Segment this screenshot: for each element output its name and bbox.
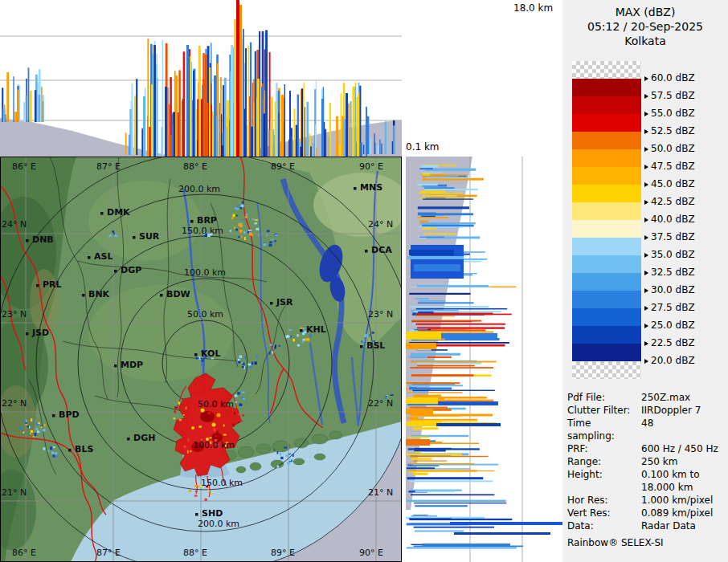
metadata-row: Time sampling:48 <box>567 417 726 442</box>
map-lon-label: 87° E <box>96 161 121 172</box>
metadata-block: Pdf File:250Z.maxClutter Filter:IIRDoppl… <box>567 391 726 549</box>
station-label: BSL <box>366 340 385 351</box>
legend-color-cell <box>572 167 641 185</box>
legend-label-text: 27.5 dBZ <box>651 302 695 314</box>
metadata-row: Range:250 km <box>567 455 726 468</box>
legend-label: 40.0 dBZ <box>644 214 695 226</box>
station-label: DMK <box>107 207 130 218</box>
legend-color-cell <box>572 79 641 96</box>
radar-display-window: 18.0 km 0.1 km <box>0 0 728 562</box>
station-marker-icon <box>52 414 55 417</box>
legend-color-cell <box>572 326 641 344</box>
station-label: BNK <box>88 289 110 299</box>
legend-tick-icon <box>644 324 648 328</box>
legend-label-text: 55.0 dBZ <box>651 108 695 120</box>
station-label: KOL <box>201 348 220 359</box>
software-credit: Rainbow® SELEX-SI <box>567 536 726 549</box>
station-marker-icon <box>194 353 198 356</box>
station-marker-icon <box>133 236 136 239</box>
legend-label: 60.0 dBZ <box>644 72 695 84</box>
height-axis-max-label: 18.0 km <box>513 2 553 14</box>
legend-color-cell <box>572 255 641 273</box>
range-ring-label: 50.0 km <box>198 399 234 409</box>
metadata-row: PRF:600 Hz / 450 Hz <box>567 442 726 455</box>
legend-label-text: 22.5 dBZ <box>651 337 695 349</box>
legend-label: 30.0 dBZ <box>644 284 695 296</box>
legend-label: 57.5 dBZ <box>644 90 695 102</box>
legend-label-text: 45.0 dBZ <box>651 178 695 190</box>
map-lat-label: 24° N <box>368 219 393 230</box>
legend-label-text: 42.5 dBZ <box>651 196 695 208</box>
top-cross-section <box>0 0 402 157</box>
legend-label: 25.0 dBZ <box>644 320 695 332</box>
legend-label-text: 60.0 dBZ <box>651 72 695 84</box>
legend-color-cell <box>572 361 641 379</box>
legend-colorbar <box>572 61 641 379</box>
station-marker-icon <box>100 212 104 215</box>
station-label: DCA <box>371 245 392 255</box>
metadata-value: Radar Data <box>641 519 725 532</box>
station-marker-icon <box>88 256 91 259</box>
legend-label-text: 52.5 dBZ <box>651 125 695 137</box>
station-label: BDW <box>166 289 190 299</box>
station-marker-icon <box>365 250 368 253</box>
legend-color-cell <box>572 238 641 255</box>
metadata-value: 250Z.max <box>641 391 725 404</box>
legend-label-text: 40.0 dBZ <box>651 214 695 226</box>
metadata-value: 48 <box>641 417 725 442</box>
station-marker-icon <box>36 284 39 287</box>
legend-tick-icon <box>644 165 648 169</box>
station-marker-icon <box>300 329 303 332</box>
map-lat-label: 21° N <box>2 487 27 498</box>
station-marker-icon <box>195 513 198 516</box>
range-ring-label: 150.0 km <box>201 478 243 488</box>
metadata-key: Clutter Filter: <box>567 404 641 417</box>
legend-panel: MAX (dBZ) 05:12 / 20-Sep-2025 Kolkata 60… <box>562 0 728 562</box>
station-label: MDP <box>121 360 143 370</box>
legend-color-cell <box>572 61 641 79</box>
height-axis-min-label: 0.1 km <box>406 141 440 153</box>
metadata-value: 0.089 km/pixel <box>641 507 725 519</box>
legend-label-text: 57.5 dBZ <box>651 90 695 102</box>
metadata-key: PRF: <box>567 442 641 455</box>
legend-label: 50.0 dBZ <box>644 143 695 155</box>
map-lon-label: 88° E <box>183 548 207 558</box>
legend-color-cell <box>572 96 641 114</box>
legend-label: 47.5 dBZ <box>644 161 695 173</box>
legend-tick-icon <box>644 235 648 240</box>
station-label: JSR <box>276 297 293 307</box>
map-lon-label: 88° E <box>183 161 207 172</box>
side-cross-section <box>406 157 562 562</box>
legend-label-text: 32.5 dBZ <box>651 267 695 279</box>
legend-label: 20.0 dBZ <box>644 355 695 367</box>
metadata-row: Clutter Filter:IIRDoppler 7 <box>567 404 726 417</box>
legend-color-cell <box>572 220 641 238</box>
legend-tick-icon <box>644 147 648 152</box>
legend-tick-icon <box>644 271 648 275</box>
legend-tick-icon <box>644 129 648 134</box>
station-label: ASL <box>94 251 112 262</box>
metadata-value: 0.100 km to 18.000 km <box>641 468 725 494</box>
station-marker-icon <box>68 449 72 452</box>
map-lat-label: 22° N <box>368 398 393 409</box>
station-label: MNS <box>360 182 382 193</box>
top-cross-section-panel <box>0 0 402 157</box>
legend-label-text: 47.5 dBZ <box>651 161 695 173</box>
legend-tick-icon <box>644 112 648 116</box>
product-datetime: 05:12 / 20-Sep-2025 <box>562 19 728 34</box>
station-marker-icon <box>354 187 357 190</box>
metadata-row: Pdf File:250Z.max <box>567 391 726 404</box>
station-name: Kolkata <box>562 34 728 48</box>
metadata-row: Hor Res:1.000 km/pixel <box>567 494 726 507</box>
metadata-key: Time sampling: <box>567 417 641 442</box>
metadata-row: Data:Radar Data <box>567 519 726 532</box>
station-marker-icon <box>114 364 117 368</box>
map-lat-label: 23° N <box>368 309 393 320</box>
legend-tick-icon <box>644 76 648 81</box>
metadata-row: Height:0.100 km to 18.000 km <box>567 468 726 494</box>
legend-tick-icon <box>644 288 648 293</box>
legend-label: 22.5 dBZ <box>644 337 695 349</box>
station-marker-icon <box>270 302 273 305</box>
product-title: MAX (dBZ) <box>562 5 728 19</box>
range-ring-label: 50.0 km <box>187 309 223 320</box>
